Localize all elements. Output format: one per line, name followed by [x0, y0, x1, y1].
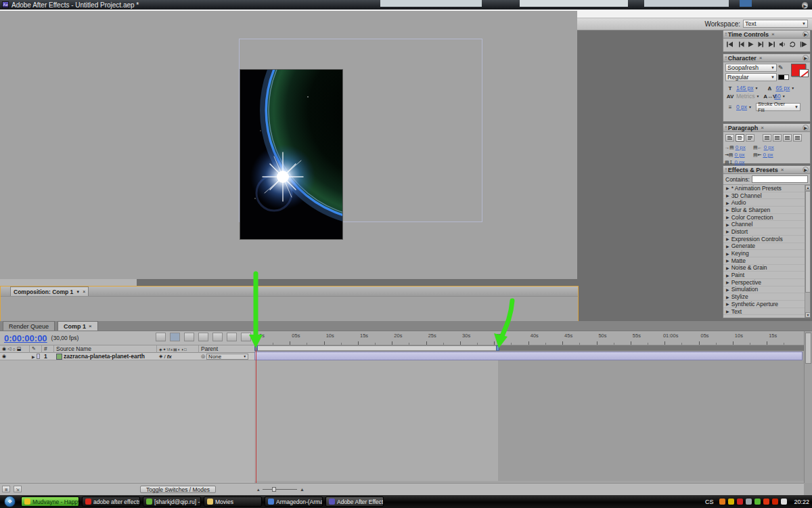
effects-category-row[interactable]: ▶Audio [723, 199, 810, 207]
toggle-switches-modes-button[interactable]: Toggle Switches / Modes [140, 486, 216, 493]
red-m-app-icon[interactable] [737, 499, 743, 505]
eyedropper-icon[interactable]: ✎ [778, 64, 784, 71]
multicolor-app-icon[interactable] [728, 499, 734, 505]
layer-source-name[interactable]: zazracna-planeta-planet-earth [64, 353, 145, 360]
expand-layers-icon[interactable]: ≣ [2, 486, 10, 492]
effects-category-row[interactable]: ▶Color Correction [723, 214, 810, 221]
start-button[interactable]: ❖ [4, 496, 16, 507]
comp-mini-flowchart-icon[interactable] [156, 333, 166, 341]
panel-menu-icon[interactable]: ▶ [803, 167, 809, 173]
twirl-right-icon[interactable]: ▶ [726, 251, 729, 256]
panel-menu-icon[interactable]: ▶ [803, 55, 809, 61]
stroke-color-swatch[interactable] [799, 69, 809, 77]
timeline-zoom-slider[interactable]: ▴ ▲ [257, 487, 304, 492]
next-frame-button[interactable] [758, 41, 766, 48]
effects-category-row[interactable]: ▶Noise & Grain [723, 265, 810, 272]
twirl-right-icon[interactable]: ▶ [726, 266, 729, 270]
language-indicator[interactable]: CS [705, 499, 714, 505]
first-frame-button[interactable] [726, 41, 734, 48]
parent-select[interactable]: None▼ [206, 354, 248, 360]
zoom-in-mountain-icon[interactable]: ▲ [300, 487, 304, 492]
effects-category-row[interactable]: ▶Stylize [723, 293, 810, 301]
align-center-button[interactable] [736, 134, 744, 142]
last-frame-button[interactable] [768, 41, 776, 48]
panel-menu-icon[interactable]: ▶ [803, 31, 809, 37]
font-style-select[interactable]: Regular▼ [725, 73, 777, 81]
close-icon[interactable]: × [83, 289, 85, 294]
effects-category-row[interactable]: ▶Synthetic Aperture [723, 301, 810, 308]
motion-blur-icon[interactable] [212, 333, 223, 341]
tracking-value[interactable]: 60 [774, 93, 780, 100]
current-time-indicator[interactable] [256, 331, 256, 483]
render-queue-tab[interactable]: Render Queue [3, 321, 55, 331]
timeline-current-time[interactable]: 0:00:00:00 [4, 333, 47, 343]
composition-tab[interactable]: Composition: Comp 1 ▼ × [10, 287, 89, 296]
justify-last-center-button[interactable] [773, 134, 782, 142]
taskbar-button-folder[interactable]: Movies [204, 496, 262, 507]
twirl-right-icon[interactable]: ▶ [726, 207, 729, 212]
draft-3d-icon[interactable] [170, 333, 180, 341]
font-size-value[interactable]: 145 px [736, 85, 754, 91]
pickwhip-icon[interactable]: ◎ [201, 354, 205, 359]
twirl-right-icon[interactable]: ▶ [726, 200, 729, 205]
taskbar-clock[interactable]: 20:22 [794, 499, 809, 505]
indent-field-1[interactable]: →▤0 px [725, 144, 753, 151]
effects-category-row[interactable]: ▶Channel [723, 221, 810, 228]
taskbar-button-opera-browser[interactable]: adobe after effects - ... [82, 496, 140, 507]
panel-menu-icon[interactable]: ▶ [802, 3, 808, 9]
composition-viewer[interactable] [0, 11, 577, 279]
expand-in-out-icon[interactable]: ⇲ [14, 486, 22, 492]
chevron-down-icon[interactable]: ▼ [755, 86, 759, 90]
frame-blend-icon[interactable] [198, 333, 208, 341]
planet-earth-footage[interactable] [240, 70, 342, 239]
ram-preview-button[interactable] [800, 41, 808, 48]
indent-field-3[interactable]: ⇥▤0 px [725, 151, 753, 158]
close-icon[interactable]: × [781, 167, 784, 173]
effects-category-row[interactable]: ▶Perspective [723, 279, 810, 287]
effects-category-row[interactable]: ▶Blur & Sharpen [723, 207, 810, 214]
previous-frame-button[interactable] [737, 41, 745, 48]
chevron-down-icon[interactable]: ▼ [748, 105, 752, 109]
timeline-vertical-scrollbar[interactable] [804, 331, 812, 483]
speaker-icon[interactable] [781, 499, 787, 505]
close-icon[interactable]: × [761, 125, 764, 131]
taskbar-button-aimp-player[interactable]: Mudvayne - Happy? ... [21, 496, 79, 507]
zoom-out-mountain-icon[interactable]: ▴ [257, 487, 260, 492]
opera-tray-icon[interactable] [763, 499, 769, 505]
leading-value[interactable]: 65 px [775, 85, 790, 91]
indent-field-2[interactable]: ▤←0 px [753, 144, 782, 151]
taskbar-button-media-player[interactable]: Armagedon-(Armag... [265, 496, 323, 507]
chevron-down-icon[interactable]: ▼ [791, 86, 794, 90]
twirl-right-icon[interactable]: ▶ [726, 309, 729, 314]
auto-keyframe-icon[interactable] [241, 333, 251, 341]
twirl-right-icon[interactable]: ▶ [726, 236, 729, 241]
twirl-right-icon[interactable]: ▶ [726, 301, 729, 306]
volume-warning-icon[interactable] [772, 499, 778, 505]
effects-category-row[interactable]: ▶* Animation Presets [723, 185, 810, 192]
loop-button[interactable] [789, 41, 797, 48]
twirl-right-icon[interactable]: ▶ [726, 186, 729, 190]
twirl-right-icon[interactable]: ▶ [726, 193, 729, 198]
effects-category-row[interactable]: ▶Text [723, 308, 810, 316]
layer-duration-bar[interactable] [254, 352, 803, 360]
close-icon[interactable]: × [759, 55, 763, 61]
hide-shy-layers-icon[interactable] [184, 333, 194, 341]
effects-category-row[interactable]: ▶Matte [723, 257, 810, 265]
work-area-end-marker[interactable] [496, 345, 499, 351]
network-icon[interactable] [746, 499, 752, 505]
effects-category-row[interactable]: ▶Keying [723, 250, 810, 257]
effects-category-row[interactable]: ▶Generate [723, 243, 810, 251]
layer-label-chip[interactable] [37, 354, 40, 359]
comp-1-timeline-tab[interactable]: Comp 1 × [58, 321, 98, 331]
chevron-down-icon[interactable]: ▼ [782, 94, 786, 98]
quality-switch-icon[interactable]: / [164, 354, 165, 360]
play-button[interactable] [747, 41, 755, 48]
indent-field-4[interactable]: ▤⇤0 px [753, 151, 782, 158]
effects-category-row[interactable]: ▶Paint [723, 272, 810, 279]
layer-row-1[interactable]: ◉ ▶ 1 zazracna-planeta-planet-earth ◈ / … [0, 353, 254, 360]
taskbar-button-qip-messenger[interactable]: [sharkjd@qip.ru] - M... [143, 496, 201, 507]
contains-search-input[interactable] [752, 175, 808, 183]
effects-category-row[interactable]: ▶3D Channel [723, 192, 810, 200]
layer-visibility-eye-icon[interactable]: ◉ [2, 354, 6, 359]
timeline-track-area[interactable]: 0s05s10s15s20s25s30s35s40s45s50s55s01:00… [254, 331, 804, 483]
